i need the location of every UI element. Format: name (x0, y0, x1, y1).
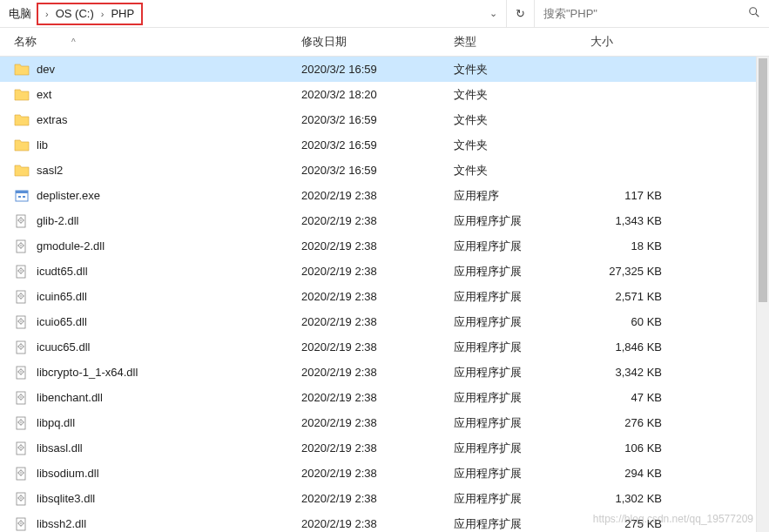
file-date: 2020/2/19 2:38 (301, 517, 454, 530)
file-type: 应用程序扩展 (454, 441, 590, 456)
file-type: 应用程序扩展 (454, 289, 590, 305)
file-row[interactable]: libenchant.dll2020/2/19 2:38应用程序扩展47 KB (0, 385, 769, 410)
dll-icon (14, 289, 30, 305)
file-row[interactable]: extras2020/3/2 16:59文件夹 (0, 107, 769, 132)
file-row[interactable]: glib-2.dll2020/2/19 2:38应用程序扩展1,343 KB (0, 208, 769, 233)
file-row[interactable]: libsasl.dll2020/2/19 2:38应用程序扩展106 KB (0, 435, 769, 461)
file-date: 2020/2/19 2:38 (301, 290, 454, 303)
folder-icon (14, 87, 30, 103)
file-date: 2020/2/19 2:38 (301, 214, 454, 227)
file-date: 2020/2/19 2:38 (301, 467, 454, 480)
file-size: 294 KB (590, 467, 669, 480)
file-name: icuin65.dll (37, 290, 87, 303)
dll-icon (14, 365, 30, 380)
folder-icon (14, 163, 30, 178)
folder-icon (14, 138, 30, 153)
chevron-down-icon: ⌄ (489, 8, 497, 19)
svg-point-11 (20, 245, 22, 246)
file-size: 18 KB (590, 239, 669, 253)
file-name: dev (37, 63, 55, 76)
column-header-type[interactable]: 类型 (454, 34, 590, 50)
breadcrumb[interactable]: 电脑 › OS (C:) › PHP ⌄ ↻ (0, 0, 534, 27)
dll-icon (14, 491, 30, 507)
file-name: deplister.exe (37, 189, 100, 202)
file-date: 2020/3/2 16:59 (301, 164, 454, 177)
file-row[interactable]: ext2020/3/2 18:20文件夹 (0, 82, 769, 107)
file-name-cell: deplister.exe (14, 188, 301, 204)
breadcrumb-computer[interactable]: 电脑 (3, 6, 37, 22)
svg-point-35 (20, 447, 22, 448)
file-size: 117 KB (590, 189, 669, 202)
file-row[interactable]: dev2020/3/2 16:59文件夹 (0, 57, 769, 82)
file-row[interactable]: icuuc65.dll2020/2/19 2:38应用程序扩展1,846 KB (0, 334, 769, 360)
column-header-name[interactable]: 名称 ^ (14, 34, 301, 50)
exe-icon (14, 188, 30, 204)
file-row[interactable]: deplister.exe2020/2/19 2:38应用程序117 KB (0, 183, 769, 208)
file-date: 2020/2/19 2:38 (301, 189, 454, 202)
file-row[interactable]: gmodule-2.dll2020/2/19 2:38应用程序扩展18 KB (0, 233, 769, 259)
file-name-cell: libcrypto-1_1-x64.dll (14, 365, 301, 380)
file-name: glib-2.dll (37, 214, 78, 227)
file-type: 应用程序扩展 (454, 491, 590, 507)
refresh-button[interactable]: ↻ (506, 0, 534, 27)
file-date: 2020/3/2 16:59 (301, 138, 454, 152)
file-name-cell: icuio65.dll (14, 314, 301, 330)
file-name-cell: icuin65.dll (14, 289, 301, 305)
scrollbar-track[interactable] (756, 57, 769, 532)
file-date: 2020/2/19 2:38 (301, 441, 454, 455)
chevron-right-icon[interactable]: › (98, 9, 108, 19)
dll-icon (14, 516, 30, 532)
file-date: 2020/2/19 2:38 (301, 265, 454, 278)
file-row[interactable]: icuin65.dll2020/2/19 2:38应用程序扩展2,571 KB (0, 284, 769, 309)
column-header-name-label: 名称 (14, 34, 37, 50)
svg-point-41 (20, 497, 22, 499)
file-date: 2020/2/19 2:38 (301, 391, 454, 404)
file-date: 2020/2/19 2:38 (301, 492, 454, 505)
file-name: libsodium.dll (37, 467, 99, 480)
column-header-date[interactable]: 修改日期 (301, 34, 454, 50)
svg-point-17 (20, 295, 22, 297)
file-date: 2020/2/19 2:38 (301, 315, 454, 328)
dll-icon (14, 441, 30, 456)
file-name-cell: extras (14, 112, 301, 128)
file-name-cell: libsodium.dll (14, 466, 301, 481)
file-row[interactable]: icuio65.dll2020/2/19 2:38应用程序扩展60 KB (0, 309, 769, 334)
file-row[interactable]: libssh2.dll2020/2/19 2:38应用程序扩展275 KB (0, 511, 769, 531)
breadcrumb-dropdown[interactable]: ⌄ (484, 0, 503, 27)
scrollbar-thumb[interactable] (759, 58, 767, 302)
file-name-cell: icudt65.dll (14, 264, 301, 279)
file-name-cell: ext (14, 87, 301, 103)
file-name-cell: icuuc65.dll (14, 340, 301, 355)
file-type: 应用程序 (454, 188, 590, 204)
dll-icon (14, 213, 30, 229)
file-row[interactable]: lib2020/3/2 16:59文件夹 (0, 132, 769, 158)
svg-rect-4 (18, 196, 21, 198)
breadcrumb-segment-folder[interactable]: PHP (107, 7, 138, 20)
chevron-right-icon[interactable]: › (42, 9, 52, 19)
file-size: 47 KB (590, 391, 669, 404)
file-type: 文件夹 (454, 87, 590, 103)
file-row[interactable]: icudt65.dll2020/2/19 2:38应用程序扩展27,325 KB (0, 259, 769, 284)
breadcrumb-segment-drive[interactable]: OS (C:) (52, 7, 98, 20)
file-row[interactable]: libsqlite3.dll2020/2/19 2:38应用程序扩展1,302 … (0, 486, 769, 511)
file-type: 应用程序扩展 (454, 264, 590, 279)
column-header-size[interactable]: 大小 (590, 34, 669, 50)
file-name: ext (37, 88, 51, 101)
file-list: dev2020/3/2 16:59文件夹ext2020/3/2 18:20文件夹… (0, 57, 769, 531)
file-name: lib (37, 138, 48, 152)
file-row[interactable]: libsodium.dll2020/2/19 2:38应用程序扩展294 KB (0, 461, 769, 486)
search-input[interactable] (535, 0, 769, 27)
svg-rect-3 (16, 191, 28, 193)
file-size: 275 KB (590, 517, 669, 530)
file-name: libsasl.dll (37, 441, 83, 455)
dll-icon (14, 390, 30, 406)
file-row[interactable]: libpq.dll2020/2/19 2:38应用程序扩展276 KB (0, 410, 769, 435)
dll-icon (14, 340, 30, 355)
dll-icon (14, 466, 30, 481)
file-type: 文件夹 (454, 112, 590, 128)
file-row[interactable]: sasl22020/3/2 16:59文件夹 (0, 158, 769, 183)
file-row[interactable]: libcrypto-1_1-x64.dll2020/2/19 2:38应用程序扩… (0, 360, 769, 385)
file-name: icuuc65.dll (37, 340, 90, 354)
search-icon[interactable] (748, 6, 760, 21)
file-date: 2020/3/2 16:59 (301, 113, 454, 126)
